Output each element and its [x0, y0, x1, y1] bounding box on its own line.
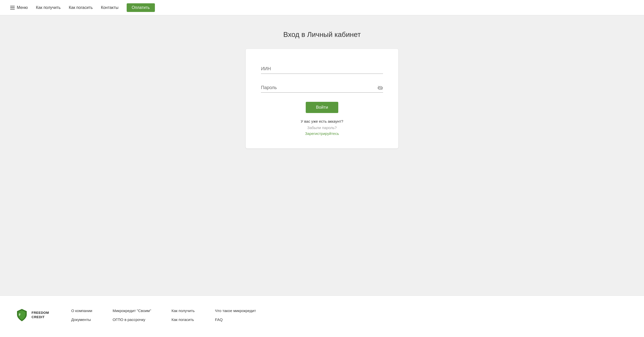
footer-inner: F FREEDOM CREDIT О компании Документы Ми… — [15, 308, 629, 322]
footer-link-how-to-repay[interactable]: Как погасить — [171, 317, 195, 322]
iin-input[interactable] — [261, 64, 383, 74]
svg-text:F: F — [19, 313, 21, 317]
footer-col-1: О компании Документы — [71, 308, 92, 322]
nav-link-contacts[interactable]: Контакты — [101, 5, 119, 10]
footer-columns: О компании Документы Микрокредит "Своим"… — [71, 308, 629, 322]
header: Меню Как получить Как погасить Контакты … — [0, 0, 644, 15]
page-title: Вход в Личный кабинет — [283, 31, 361, 39]
toggle-password-icon[interactable] — [377, 86, 383, 90]
password-input[interactable] — [261, 83, 383, 93]
footer-link-faq[interactable]: FAQ — [215, 317, 256, 322]
form-footer-text: У вас уже есть аккаунт? Забыли пароль? З… — [261, 119, 383, 136]
footer-logo-line2: CREDIT — [32, 315, 45, 319]
password-input-wrapper — [261, 83, 383, 93]
footer-link-how-to-get[interactable]: Как получить — [171, 308, 195, 313]
menu-label: Меню — [17, 5, 28, 10]
footer-link-what-is-microcredit[interactable]: Что такое микрокредит — [215, 308, 256, 313]
footer-logo-line1: FREEDOM — [32, 311, 49, 315]
footer-link-documents[interactable]: Документы — [71, 317, 92, 322]
forgot-password-link[interactable]: Забыли пароль? — [261, 125, 383, 130]
nav-link-how-to-pay[interactable]: Как погасить — [69, 5, 93, 10]
footer-col-4: Что такое микрокредит FAQ — [215, 308, 256, 322]
login-button[interactable]: Войти — [306, 102, 338, 113]
pay-button[interactable]: Оплатить — [127, 3, 155, 12]
freedom-credit-logo-icon: F — [15, 308, 28, 322]
hamburger-icon — [10, 6, 15, 9]
footer: F FREEDOM CREDIT О компании Документы Ми… — [0, 296, 644, 337]
login-card: Войти У вас уже есть аккаунт? Забыли пар… — [246, 49, 398, 148]
register-link[interactable]: Зарегистрируйтесь — [261, 131, 383, 136]
footer-col-3: Как получить Как погасить — [171, 308, 195, 322]
iin-field — [261, 64, 383, 74]
menu-toggle-button[interactable]: Меню — [10, 5, 28, 10]
has-account-text: У вас уже есть аккаунт? — [261, 119, 383, 123]
main-content: Вход в Личный кабинет Войти У вас — [0, 15, 644, 296]
footer-link-microcredit-own[interactable]: Микрокредит "Своим" — [113, 308, 151, 313]
footer-col-2: Микрокредит "Своим" ОГПО в рассрочку — [113, 308, 151, 322]
footer-link-ogpo[interactable]: ОГПО в рассрочку — [113, 317, 151, 322]
nav-link-how-to-get[interactable]: Как получить — [36, 5, 61, 10]
footer-logo-text: FREEDOM CREDIT — [32, 311, 49, 319]
password-field — [261, 83, 383, 93]
footer-link-about[interactable]: О компании — [71, 308, 92, 313]
iin-input-wrapper — [261, 64, 383, 74]
footer-logo: F FREEDOM CREDIT — [15, 308, 56, 322]
